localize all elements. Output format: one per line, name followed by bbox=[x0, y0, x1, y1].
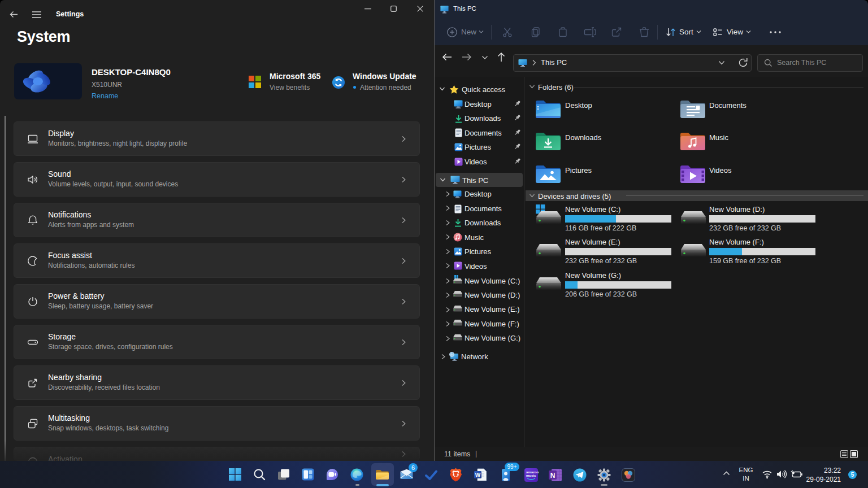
svg-text:N: N bbox=[550, 472, 555, 480]
svg-text:W: W bbox=[475, 472, 481, 478]
